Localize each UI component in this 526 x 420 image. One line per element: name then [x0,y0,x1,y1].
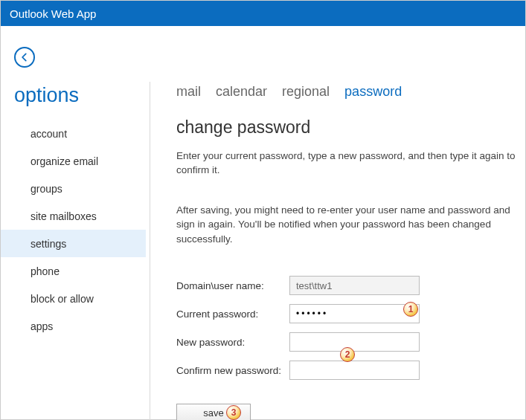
sidebar-item-label: settings [31,238,66,250]
app-name: Outlook Web App [10,7,96,20]
current-password-label: Current password: [176,308,289,320]
sidebar-item-settings[interactable]: settings [1,230,146,257]
description-1: Enter your current password, type a new … [176,149,525,178]
tab-label: calendar [216,84,267,99]
tab-label: mail [176,84,201,99]
sidebar-item-site-mailboxes[interactable]: site mailboxes [1,202,146,230]
domain-label: Domain\user name: [176,280,289,291]
main-panel: mail calendar regional password change p… [176,84,525,420]
sidebar-item-label: apps [31,320,53,332]
sidebar-item-label: groups [31,183,62,195]
current-password-field[interactable] [289,304,420,323]
sidebar-item-label: organize email [31,155,98,167]
domain-username-field [289,276,420,295]
confirm-password-field[interactable] [289,361,420,380]
confirm-password-label: Confirm new password: [176,365,289,376]
titlebar: Outlook Web App [1,1,525,26]
save-button[interactable]: save 3 [176,404,251,420]
form-row-new-password: New password: [176,328,525,356]
description-2: After saving, you might need to re-enter… [176,203,525,247]
tabs: mail calendar regional password [176,84,525,100]
options-heading: options [14,84,79,107]
tab-label: regional [282,84,330,99]
tab-regional[interactable]: regional [282,84,330,100]
form-row-domain: Domain\user name: [176,271,525,300]
sidebar-item-groups[interactable]: groups [1,175,146,202]
tab-label: password [344,84,402,99]
form-row-current-password: Current password: 1 [176,300,525,328]
app-window: Outlook Web App options account organize… [0,0,526,420]
new-password-label: New password: [176,337,289,348]
page-heading: change password [176,117,525,138]
tab-calendar[interactable]: calendar [216,84,267,100]
tab-password[interactable]: password [344,84,402,100]
app-body: options account organize email groups si… [1,26,525,419]
save-button-label: save [203,407,223,419]
vertical-divider [150,82,150,420]
sidebar-item-account[interactable]: account [1,120,146,147]
sidebar-item-organize-email[interactable]: organize email [1,147,146,175]
sidebar-item-apps[interactable]: apps [1,312,146,340]
form-row-confirm-password: Confirm new password: 2 [176,356,525,384]
sidebar-item-label: block or allow [31,293,94,305]
sidebar-item-phone[interactable]: phone [1,257,146,285]
change-password-form: Domain\user name: Current password: 1 Ne… [176,271,525,384]
new-password-field[interactable] [289,332,420,352]
sidebar-item-label: phone [31,265,60,277]
sidebar: account organize email groups site mailb… [1,120,146,340]
tab-mail[interactable]: mail [176,84,201,100]
sidebar-item-label: account [31,128,67,140]
sidebar-item-label: site mailboxes [31,210,97,222]
annotation-badge-3: 3 [226,405,241,420]
back-button[interactable] [14,47,35,68]
arrow-left-icon [19,52,30,62]
sidebar-item-block-or-allow[interactable]: block or allow [1,285,146,312]
